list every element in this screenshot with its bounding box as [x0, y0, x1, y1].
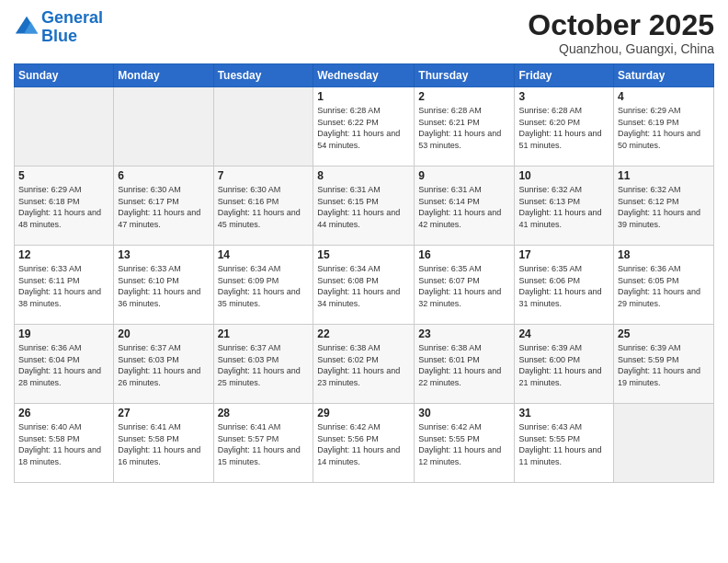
- day-info: Sunrise: 6:38 AM Sunset: 6:01 PM Dayligh…: [418, 342, 510, 388]
- calendar-table: Sunday Monday Tuesday Wednesday Thursday…: [14, 63, 714, 483]
- day-info: Sunrise: 6:31 AM Sunset: 6:14 PM Dayligh…: [418, 184, 510, 230]
- day-info: Sunrise: 6:42 AM Sunset: 5:56 PM Dayligh…: [317, 421, 410, 467]
- day-info: Sunrise: 6:37 AM Sunset: 6:03 PM Dayligh…: [218, 342, 310, 388]
- day-number: 8: [317, 169, 410, 182]
- day-number: 19: [18, 327, 109, 340]
- logo-text: GeneralBlue: [41, 9, 103, 46]
- table-row: 11 Sunrise: 6:32 AM Sunset: 6:12 PM Dayl…: [614, 167, 714, 246]
- table-row: 5 Sunrise: 6:29 AM Sunset: 6:18 PM Dayli…: [15, 167, 114, 246]
- day-number: 12: [18, 248, 109, 261]
- day-info: Sunrise: 6:36 AM Sunset: 6:05 PM Dayligh…: [618, 263, 710, 309]
- day-number: 24: [518, 327, 609, 340]
- table-row: 14 Sunrise: 6:34 AM Sunset: 6:09 PM Dayl…: [213, 246, 313, 325]
- day-info: Sunrise: 6:28 AM Sunset: 6:20 PM Dayligh…: [518, 105, 609, 151]
- table-row: 31 Sunrise: 6:43 AM Sunset: 5:55 PM Dayl…: [515, 404, 614, 483]
- day-number: 10: [518, 169, 609, 182]
- col-thursday: Thursday: [415, 64, 515, 87]
- day-number: 3: [518, 90, 609, 103]
- col-wednesday: Wednesday: [313, 64, 415, 87]
- day-info: Sunrise: 6:28 AM Sunset: 6:22 PM Dayligh…: [317, 105, 410, 151]
- table-row: [15, 87, 114, 167]
- table-row: 29 Sunrise: 6:42 AM Sunset: 5:56 PM Dayl…: [313, 404, 415, 483]
- day-info: Sunrise: 6:33 AM Sunset: 6:10 PM Dayligh…: [118, 263, 209, 309]
- day-number: 28: [218, 407, 310, 419]
- col-saturday: Saturday: [614, 64, 714, 87]
- table-row: 25 Sunrise: 6:39 AM Sunset: 5:59 PM Dayl…: [614, 325, 714, 404]
- table-row: [114, 87, 213, 167]
- calendar-page: GeneralBlue October 2025 Quanzhou, Guang…: [0, 0, 728, 563]
- day-info: Sunrise: 6:33 AM Sunset: 6:11 PM Dayligh…: [18, 263, 109, 309]
- table-row: [614, 404, 714, 483]
- day-number: 29: [317, 407, 410, 419]
- day-number: 7: [218, 169, 310, 182]
- day-number: 2: [418, 90, 510, 103]
- logo: GeneralBlue: [14, 9, 103, 46]
- day-number: 5: [18, 169, 109, 182]
- day-info: Sunrise: 6:35 AM Sunset: 6:06 PM Dayligh…: [518, 263, 609, 309]
- table-row: 30 Sunrise: 6:42 AM Sunset: 5:55 PM Dayl…: [415, 404, 515, 483]
- table-row: 10 Sunrise: 6:32 AM Sunset: 6:13 PM Dayl…: [515, 167, 614, 246]
- day-number: 14: [218, 248, 310, 261]
- day-info: Sunrise: 6:28 AM Sunset: 6:21 PM Dayligh…: [418, 105, 510, 151]
- day-info: Sunrise: 6:29 AM Sunset: 6:18 PM Dayligh…: [18, 184, 109, 230]
- page-header: GeneralBlue October 2025 Quanzhou, Guang…: [14, 9, 714, 56]
- col-tuesday: Tuesday: [213, 64, 313, 87]
- col-friday: Friday: [515, 64, 614, 87]
- day-number: 15: [317, 248, 410, 261]
- table-row: 4 Sunrise: 6:29 AM Sunset: 6:19 PM Dayli…: [614, 87, 714, 167]
- day-info: Sunrise: 6:41 AM Sunset: 5:58 PM Dayligh…: [118, 421, 209, 467]
- day-info: Sunrise: 6:36 AM Sunset: 6:04 PM Dayligh…: [18, 342, 109, 388]
- table-row: 18 Sunrise: 6:36 AM Sunset: 6:05 PM Dayl…: [614, 246, 714, 325]
- table-row: 27 Sunrise: 6:41 AM Sunset: 5:58 PM Dayl…: [114, 404, 213, 483]
- day-number: 13: [118, 248, 209, 261]
- day-info: Sunrise: 6:37 AM Sunset: 6:03 PM Dayligh…: [118, 342, 209, 388]
- table-row: 28 Sunrise: 6:41 AM Sunset: 5:57 PM Dayl…: [213, 404, 313, 483]
- day-number: 16: [418, 248, 510, 261]
- table-row: 26 Sunrise: 6:40 AM Sunset: 5:58 PM Dayl…: [15, 404, 114, 483]
- day-info: Sunrise: 6:30 AM Sunset: 6:17 PM Dayligh…: [118, 184, 209, 230]
- title-block: October 2025 Quanzhou, Guangxi, China: [528, 9, 714, 56]
- day-info: Sunrise: 6:39 AM Sunset: 6:00 PM Dayligh…: [518, 342, 609, 388]
- day-number: 30: [418, 407, 510, 419]
- day-number: 1: [317, 90, 410, 103]
- table-row: 22 Sunrise: 6:38 AM Sunset: 6:02 PM Dayl…: [313, 325, 415, 404]
- table-row: 16 Sunrise: 6:35 AM Sunset: 6:07 PM Dayl…: [415, 246, 515, 325]
- table-row: 15 Sunrise: 6:34 AM Sunset: 6:08 PM Dayl…: [313, 246, 415, 325]
- table-row: 1 Sunrise: 6:28 AM Sunset: 6:22 PM Dayli…: [313, 87, 415, 167]
- day-number: 4: [618, 90, 710, 103]
- table-row: [213, 87, 313, 167]
- table-row: 3 Sunrise: 6:28 AM Sunset: 6:20 PM Dayli…: [515, 87, 614, 167]
- month-title: October 2025: [528, 9, 714, 41]
- table-row: 17 Sunrise: 6:35 AM Sunset: 6:06 PM Dayl…: [515, 246, 614, 325]
- day-number: 18: [618, 248, 710, 261]
- table-row: 23 Sunrise: 6:38 AM Sunset: 6:01 PM Dayl…: [415, 325, 515, 404]
- col-monday: Monday: [114, 64, 213, 87]
- table-row: 12 Sunrise: 6:33 AM Sunset: 6:11 PM Dayl…: [15, 246, 114, 325]
- day-number: 6: [118, 169, 209, 182]
- day-info: Sunrise: 6:35 AM Sunset: 6:07 PM Dayligh…: [418, 263, 510, 309]
- col-sunday: Sunday: [15, 64, 114, 87]
- day-number: 20: [118, 327, 209, 340]
- day-number: 27: [118, 407, 209, 419]
- day-number: 21: [218, 327, 310, 340]
- day-info: Sunrise: 6:32 AM Sunset: 6:12 PM Dayligh…: [618, 184, 710, 230]
- day-number: 25: [618, 327, 710, 340]
- day-info: Sunrise: 6:31 AM Sunset: 6:15 PM Dayligh…: [317, 184, 410, 230]
- day-number: 11: [618, 169, 710, 182]
- day-info: Sunrise: 6:34 AM Sunset: 6:09 PM Dayligh…: [218, 263, 310, 309]
- logo-icon: [14, 15, 40, 40]
- day-number: 31: [518, 407, 609, 419]
- table-row: 9 Sunrise: 6:31 AM Sunset: 6:14 PM Dayli…: [415, 167, 515, 246]
- day-info: Sunrise: 6:34 AM Sunset: 6:08 PM Dayligh…: [317, 263, 410, 309]
- table-row: 7 Sunrise: 6:30 AM Sunset: 6:16 PM Dayli…: [213, 167, 313, 246]
- day-info: Sunrise: 6:39 AM Sunset: 5:59 PM Dayligh…: [618, 342, 710, 388]
- day-number: 23: [418, 327, 510, 340]
- table-row: 21 Sunrise: 6:37 AM Sunset: 6:03 PM Dayl…: [213, 325, 313, 404]
- day-info: Sunrise: 6:32 AM Sunset: 6:13 PM Dayligh…: [518, 184, 609, 230]
- day-number: 17: [518, 248, 609, 261]
- day-info: Sunrise: 6:41 AM Sunset: 5:57 PM Dayligh…: [218, 421, 310, 467]
- location-subtitle: Quanzhou, Guangxi, China: [528, 41, 714, 56]
- day-number: 26: [18, 407, 109, 419]
- table-row: 13 Sunrise: 6:33 AM Sunset: 6:10 PM Dayl…: [114, 246, 213, 325]
- day-number: 9: [418, 169, 510, 182]
